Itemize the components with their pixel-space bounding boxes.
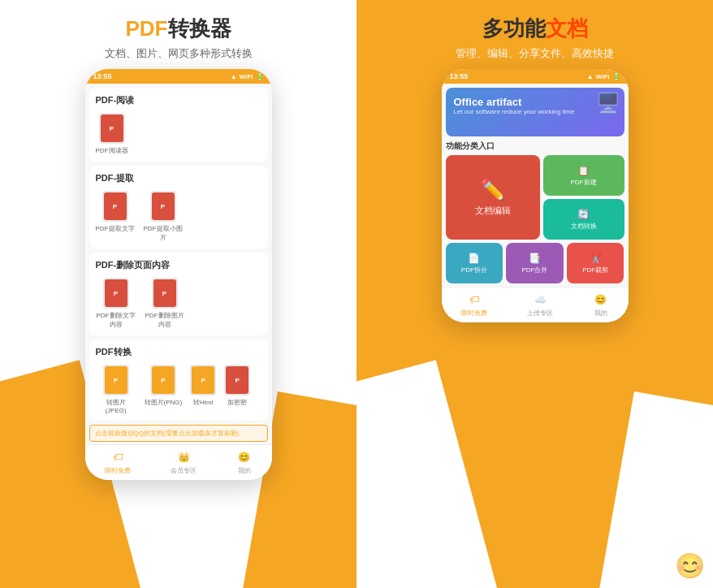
member-nav-label: 会员专区 <box>171 466 197 475</box>
pdf-to-html-label: 转Html <box>193 398 213 407</box>
pdf-split-label: PDF拆分 <box>461 266 487 275</box>
doc-edit-icon: ✏️ <box>481 179 505 201</box>
pdf-new-btn[interactable]: 📋 PDF新建 <box>543 155 624 196</box>
left-phone-content[interactable]: PDF-阅读 P PDF阅读器 PDF-提取 <box>85 84 272 444</box>
right-mine-nav-label: 我的 <box>594 309 607 318</box>
watermark: 😊 <box>675 551 705 580</box>
right-mine-nav-icon: 😊 <box>594 292 608 307</box>
pdf-delete-img-icon: P <box>153 279 176 307</box>
office-banner: Office artifact Let our software reduce … <box>446 88 624 136</box>
pdf-read-items: P PDF阅读器 <box>96 113 261 155</box>
pdf-encrypt-icon: P <box>226 366 248 394</box>
left-header: PDF转换器 文档、图片、网页多种形式转换 <box>97 0 261 69</box>
left-phone: 13:55 ▲ WiFi 🔋 PDF-阅读 P <box>85 69 272 480</box>
left-status-bar: 13:55 ▲ WiFi 🔋 <box>85 69 272 84</box>
doc-convert-btn[interactable]: 🔄 文档转换 <box>543 199 624 240</box>
right-panel: 多功能文档 管理、编辑、分享文件、高效快捷 13:55 ▲ WiFi 🔋 Off… <box>356 0 713 588</box>
pdf-to-jpeg-item[interactable]: P 转图片(JPEG) <box>96 365 136 414</box>
notice-text: 点击前新微信QQ的文档(需要点出加载条才算刷新) <box>95 430 240 437</box>
right-time: 13:55 <box>450 72 469 80</box>
doc-edit-btn[interactable]: ✏️ 文档编辑 <box>446 155 540 240</box>
left-subtitle: 文档、图片、网页多种形式转换 <box>105 46 253 61</box>
doc-convert-label: 文档转换 <box>571 222 597 231</box>
pdf-delete-text-icon: P <box>105 279 127 307</box>
free-nav-icon: 🏷 <box>110 450 125 465</box>
left-nav-member[interactable]: 👑 会员专区 <box>171 450 197 475</box>
pdf-to-png-icon: P <box>152 366 175 394</box>
right-battery-icon: 🔋 <box>612 73 620 80</box>
right-header: 多功能文档 管理、编辑、分享文件、高效快捷 <box>447 0 622 69</box>
right-subtitle: 管理、编辑、分享文件、高效快捷 <box>456 46 614 61</box>
pdf-reader-icon-wrap: P <box>99 113 125 144</box>
right-nav-mine[interactable]: 😊 我的 <box>594 292 608 318</box>
pdf-delete-img-label: PDF删除图片内容 <box>145 311 185 329</box>
signal-icon: ▲ <box>231 73 237 80</box>
right-status-icons: ▲ WiFi 🔋 <box>587 73 620 80</box>
pdf-encrypt-item[interactable]: P 加密密 <box>224 365 250 414</box>
left-bottom-nav: 🏷 限时免费 👑 会员专区 😊 我的 <box>85 444 272 480</box>
pdf-split-icon: 📄 <box>468 253 480 264</box>
doc-convert-icon: 🔄 <box>577 209 590 220</box>
pdf-extract-text-icon-wrap: P <box>102 191 128 222</box>
pdf-encrypt-label: 加密密 <box>227 398 247 407</box>
pdf-extract-title: PDF-提取 <box>96 172 261 184</box>
right-nav-upload[interactable]: ☁️ 上传专区 <box>527 292 553 318</box>
pdf-read-title: PDF-阅读 <box>96 94 261 106</box>
right-signal-icon: ▲ <box>587 73 594 80</box>
left-title-pdf: PDF <box>126 16 168 41</box>
right-phone-content[interactable]: Office artifact Let our software reduce … <box>442 84 629 287</box>
pdf-new-icon: 📋 <box>577 165 590 176</box>
pdf-delete-text-item[interactable]: P PDF删除文字内容 <box>96 278 136 329</box>
member-nav-icon: 👑 <box>176 450 191 465</box>
left-panel: PDF转换器 文档、图片、网页多种形式转换 13:55 ▲ WiFi 🔋 PDF… <box>0 0 356 588</box>
pdf-to-png-item[interactable]: P 转图片(PNG) <box>145 365 183 414</box>
left-nav-free[interactable]: 🏷 限时免费 <box>105 450 131 475</box>
pdf-crop-icon: ✂️ <box>590 253 602 264</box>
pdf-convert-items: P 转图片(JPEG) P 转图片(PNG) P <box>96 365 261 414</box>
right-title-colored: 多功能文档 <box>482 16 588 41</box>
pdf-merge-label: PDF合并 <box>521 266 547 275</box>
pdf-delete-title: PDF-删除页面内容 <box>96 259 261 271</box>
free-nav-label: 限时免费 <box>105 466 131 475</box>
doc-edit-label: 文档编辑 <box>475 205 511 217</box>
battery-icon: 🔋 <box>256 73 264 80</box>
right-wifi-icon: WiFi <box>596 73 610 80</box>
pdf-read-section: PDF-阅读 P PDF阅读器 <box>89 88 268 162</box>
left-time: 13:55 <box>93 72 112 80</box>
right-bottom-nav: 🏷 限时免费 ☁️ 上传专区 😊 我的 <box>442 287 629 322</box>
banner-decoration: 🖥️ <box>596 92 620 115</box>
pdf-extract-text-label: PDF提取文字 <box>96 224 135 233</box>
pdf-extract-text-icon: P <box>104 192 127 220</box>
left-nav-mine[interactable]: 😊 我的 <box>237 450 252 475</box>
pdf-split-btn[interactable]: 📄 PDF拆分 <box>446 243 503 283</box>
pdf-merge-btn[interactable]: 📑 PDF合并 <box>506 243 564 283</box>
pdf-delete-img-item[interactable]: P PDF删除图片内容 <box>145 278 185 329</box>
pdf-to-jpeg-label: 转图片(JPEG) <box>96 398 136 414</box>
func-main-grid: ✏️ 文档编辑 📋 PDF新建 🔄 文档转换 <box>446 155 624 240</box>
pdf-extract-section: PDF-提取 P PDF提取文字 P PDF提取小图片 <box>89 166 268 249</box>
pdf-crop-btn[interactable]: ✂️ PDF裁剪 <box>567 243 624 283</box>
pdf-to-jpeg-icon: P <box>105 366 127 394</box>
pdf-to-jpeg-icon-wrap: P <box>103 365 129 396</box>
pdf-reader-label: PDF阅读器 <box>96 146 128 155</box>
pdf-delete-text-icon-wrap: P <box>103 278 129 309</box>
banner-title: Office artifact <box>454 96 616 108</box>
main-container: PDF转换器 文档、图片、网页多种形式转换 13:55 ▲ WiFi 🔋 PDF… <box>0 0 713 588</box>
pdf-new-label: PDF新建 <box>571 178 597 187</box>
pdf-extract-img-icon: P <box>152 192 175 220</box>
pdf-extract-img-icon-wrap: P <box>150 191 176 222</box>
pdf-delete-text-label: PDF删除文字内容 <box>96 311 136 329</box>
right-nav-free[interactable]: 🏷 限时免费 <box>461 292 487 318</box>
pdf-crop-label: PDF裁剪 <box>582 266 608 275</box>
pdf-to-html-item[interactable]: P 转Html <box>190 365 216 414</box>
pdf-extract-img-item[interactable]: P PDF提取小图片 <box>143 191 184 242</box>
pdf-extract-text-item[interactable]: P PDF提取文字 <box>96 191 135 242</box>
right-upload-nav-label: 上传专区 <box>527 309 553 318</box>
mine-nav-icon: 😊 <box>237 450 252 465</box>
left-title-rest: 转换器 <box>168 16 231 41</box>
pdf-extract-img-label: PDF提取小图片 <box>143 224 184 242</box>
right-upload-nav-icon: ☁️ <box>533 292 547 307</box>
pdf-reader-item[interactable]: P PDF阅读器 <box>96 113 128 155</box>
pdf-to-html-icon-wrap: P <box>190 365 216 396</box>
right-free-nav-label: 限时免费 <box>461 309 487 318</box>
